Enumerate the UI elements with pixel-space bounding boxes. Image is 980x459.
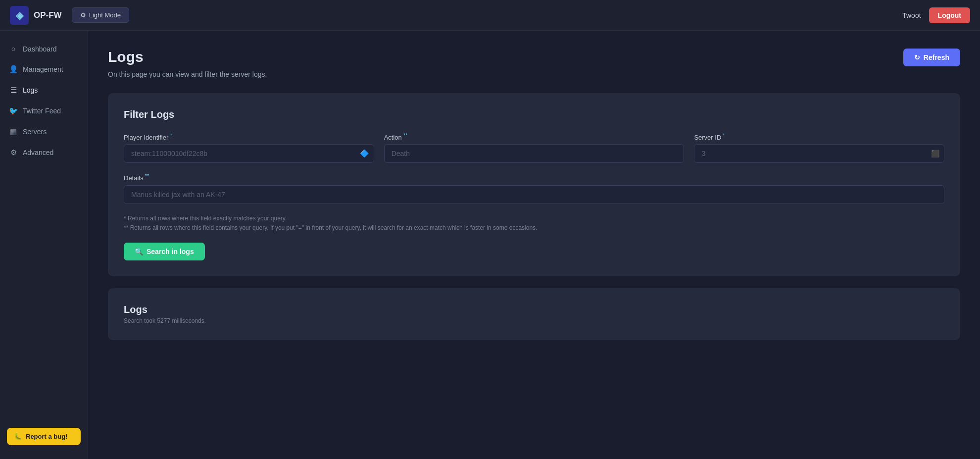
bug-icon: 🐛	[14, 433, 22, 440]
search-button[interactable]: 🔍 Search in logs	[124, 243, 205, 260]
filter-card-title: Filter Logs	[124, 109, 944, 120]
sidebar-item-label: Management	[23, 65, 63, 73]
light-mode-button[interactable]: ⚙ Light Mode	[72, 7, 129, 23]
server-group: Server ID * ⬛	[694, 132, 944, 163]
sidebar-item-label: Advanced	[23, 149, 53, 156]
twitter-icon: 🐦	[9, 106, 18, 115]
filter-row-2: Details **	[124, 173, 944, 204]
details-group: Details **	[124, 173, 944, 204]
sidebar-item-dashboard[interactable]: ○ Dashboard	[0, 39, 88, 59]
page-subtitle: On this page you can view and filter the…	[108, 70, 960, 78]
player-label-marker: *	[168, 132, 172, 138]
page-title: Logs	[108, 49, 144, 65]
topnav: ◈ OP-FW ⚙ Light Mode Twoot Logout	[0, 0, 980, 31]
refresh-label: Refresh	[924, 53, 949, 61]
logs-result-subtitle: Search took 5277 milliseconds.	[124, 317, 944, 324]
details-input[interactable]	[124, 185, 944, 204]
action-label-marker: **	[402, 132, 408, 138]
advanced-icon: ⚙	[9, 148, 18, 157]
logs-result-card: Logs Search took 5277 milliseconds.	[108, 288, 960, 340]
server-id-input[interactable]	[694, 144, 944, 163]
gear-icon: ⚙	[80, 11, 86, 19]
logo-icon: ◈	[10, 6, 29, 25]
sidebar-item-servers[interactable]: ▦ Servers	[0, 121, 88, 142]
app-logo[interactable]: ◈ OP-FW	[10, 6, 62, 25]
servers-icon: ▦	[9, 127, 18, 136]
page-header: Logs ↻ Refresh	[108, 49, 960, 66]
report-bug-button[interactable]: 🐛 Report a bug!	[7, 428, 81, 445]
topnav-right: Twoot Logout	[902, 7, 970, 23]
logout-button[interactable]: Logout	[929, 7, 970, 23]
refresh-button[interactable]: ↻ Refresh	[903, 49, 960, 66]
details-label: Details **	[124, 173, 944, 182]
server-label: Server ID *	[694, 132, 944, 141]
player-group: Player Identifier * 🔷	[124, 132, 374, 163]
sidebar-item-label: Twitter Feed	[23, 107, 61, 115]
layout: ○ Dashboard 👤 Management ☰ Logs 🐦 Twitte…	[0, 31, 980, 459]
sidebar-item-advanced[interactable]: ⚙ Advanced	[0, 142, 88, 163]
sidebar-item-logs[interactable]: ☰ Logs	[0, 80, 88, 101]
server-label-marker: *	[721, 132, 725, 138]
search-label: Search in logs	[147, 248, 194, 255]
sidebar: ○ Dashboard 👤 Management ☰ Logs 🐦 Twitte…	[0, 31, 88, 459]
main-content: Logs ↻ Refresh On this page you can view…	[88, 31, 980, 459]
sidebar-item-management[interactable]: 👤 Management	[0, 59, 88, 80]
filter-card: Filter Logs Player Identifier * 🔷 Action…	[108, 93, 960, 276]
logs-result-title: Logs	[124, 304, 944, 315]
sidebar-item-twitter[interactable]: 🐦 Twitter Feed	[0, 101, 88, 121]
server-input-wrap: ⬛	[694, 144, 944, 163]
filter-note-2: ** Returns all rows where this field con…	[124, 223, 944, 233]
refresh-icon: ↻	[914, 53, 920, 61]
filter-notes: * Returns all rows where this field exac…	[124, 214, 944, 233]
filter-row-1: Player Identifier * 🔷 Action ** Serve	[124, 132, 944, 163]
player-identifier-input[interactable]	[124, 144, 374, 163]
action-input[interactable]	[384, 144, 685, 163]
report-bug-label: Report a bug!	[26, 433, 68, 440]
light-mode-label: Light Mode	[89, 11, 121, 19]
action-label: Action **	[384, 132, 685, 141]
sidebar-item-label: Dashboard	[23, 45, 57, 53]
details-label-marker: **	[144, 173, 149, 179]
player-input-wrap: 🔷	[124, 144, 374, 163]
app-name: OP-FW	[34, 10, 62, 20]
action-group: Action **	[384, 132, 685, 163]
filter-note-1: * Returns all rows where this field exac…	[124, 214, 944, 223]
sidebar-spacer	[0, 163, 88, 422]
dashboard-icon: ○	[9, 45, 18, 53]
sidebar-item-label: Servers	[23, 128, 47, 136]
logs-icon: ☰	[9, 86, 18, 95]
management-icon: 👤	[9, 65, 18, 74]
topnav-user: Twoot	[902, 11, 921, 19]
sidebar-item-label: Logs	[23, 86, 38, 94]
player-label: Player Identifier *	[124, 132, 374, 141]
search-icon: 🔍	[135, 248, 143, 255]
